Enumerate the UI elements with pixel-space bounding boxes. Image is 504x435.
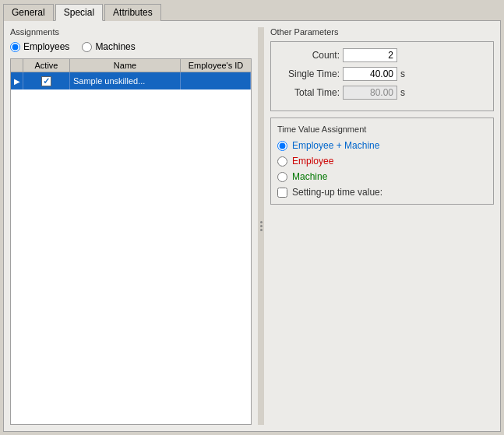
setup-time-checkbox[interactable] <box>277 188 287 198</box>
assignments-title: Assignments <box>10 27 252 37</box>
splitter-dot-1 <box>260 221 263 223</box>
header-active: Active <box>23 59 70 72</box>
setup-time-label[interactable]: Setting-up time value: <box>292 187 382 198</box>
tva-label-2[interactable]: Employee <box>292 156 333 167</box>
tva-radio-1[interactable] <box>277 141 287 151</box>
row-name: Sample unskilled... <box>70 72 181 89</box>
tva-radio-3[interactable] <box>277 172 287 182</box>
tva-row-3: Machine <box>277 171 487 182</box>
radio-machines-label[interactable]: Machines <box>82 41 135 52</box>
tva-radio-2[interactable] <box>277 156 287 167</box>
checkmark-icon: ✓ <box>43 77 50 86</box>
total-time-row: Total Time: s <box>277 86 487 100</box>
header-arrow <box>11 59 23 72</box>
tab-general[interactable]: General <box>3 4 54 21</box>
tva-label-1[interactable]: Employee + Machine <box>292 140 379 151</box>
splitter-dot-3 <box>260 229 263 231</box>
header-empid: Employee's ID <box>181 59 251 72</box>
total-time-label: Total Time: <box>277 87 340 98</box>
header-name: Name <box>70 59 181 72</box>
other-params-title: Other Parameters <box>270 27 494 37</box>
count-row: Count: <box>277 48 487 62</box>
tabs-bar: General Special Attributes <box>0 0 504 20</box>
time-assignment-title: Time Value Assignment <box>277 125 487 134</box>
left-panel: Assignments Employees Machines Active Na… <box>10 27 252 425</box>
table-row[interactable]: ▶ ✓ Sample unskilled... <box>11 72 251 89</box>
single-time-row: Single Time: s <box>277 67 487 81</box>
count-label: Count: <box>277 50 340 61</box>
tab-attributes[interactable]: Attributes <box>104 4 161 21</box>
table-header: Active Name Employee's ID <box>11 59 251 72</box>
row-arrow: ▶ <box>11 72 23 89</box>
row-checkbox[interactable]: ✓ <box>41 76 51 86</box>
assignment-radio-group: Employees Machines <box>10 41 252 52</box>
single-time-label: Single Time: <box>277 68 340 79</box>
right-panel: Other Parameters Count: Single Time: s T… <box>270 27 494 425</box>
total-time-unit: s <box>400 87 405 98</box>
radio-employees[interactable] <box>10 42 20 52</box>
single-time-input[interactable] <box>343 67 397 81</box>
tab-special[interactable]: Special <box>55 4 103 21</box>
tva-row-1: Employee + Machine <box>277 140 487 151</box>
employees-table: Active Name Employee's ID ▶ ✓ Sample uns… <box>10 58 252 425</box>
radio-machines[interactable] <box>82 42 92 52</box>
setup-time-row: Setting-up time value: <box>277 187 487 198</box>
count-input[interactable] <box>343 48 397 62</box>
params-section: Count: Single Time: s Total Time: s <box>270 41 494 111</box>
single-time-unit: s <box>400 68 405 79</box>
time-assignment-section: Time Value Assignment Employee + Machine… <box>270 118 494 205</box>
splitter-dot-2 <box>260 225 263 227</box>
main-container: General Special Attributes Assignments E… <box>0 0 504 435</box>
content-area: Assignments Employees Machines Active Na… <box>3 20 501 432</box>
row-empid <box>181 72 251 89</box>
tva-row-2: Employee <box>277 156 487 167</box>
radio-employees-label[interactable]: Employees <box>10 41 69 52</box>
tva-label-3[interactable]: Machine <box>292 171 327 182</box>
total-time-input <box>343 86 397 100</box>
row-active-cell[interactable]: ✓ <box>23 72 70 89</box>
vertical-splitter[interactable] <box>258 27 264 425</box>
